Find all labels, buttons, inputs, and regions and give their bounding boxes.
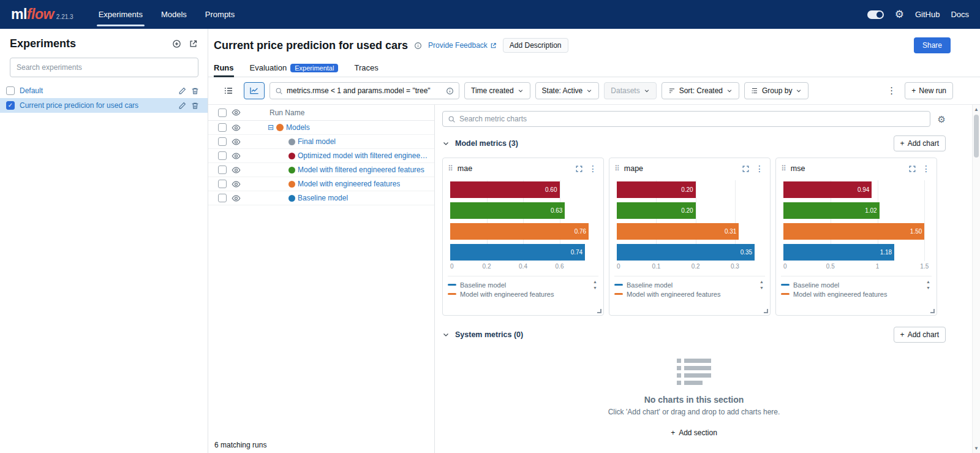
experiment-search-input[interactable] <box>10 58 198 77</box>
run-checkbox[interactable] <box>218 151 227 160</box>
list-view-button[interactable] <box>218 82 239 99</box>
resize-handle[interactable] <box>930 309 935 313</box>
experiment-checkbox[interactable] <box>6 86 15 95</box>
expand-chart-icon[interactable] <box>908 165 916 173</box>
run-checkbox[interactable] <box>218 166 227 174</box>
run-name-link[interactable]: Models <box>286 123 310 132</box>
filter-state-active[interactable]: State: Active <box>535 82 600 99</box>
edit-pencil-icon[interactable] <box>178 87 186 95</box>
bar-optimized-model-with-filtered-engineered-features[interactable]: 0.20 <box>617 181 696 198</box>
filter-sort-created[interactable]: Sort: Created <box>662 82 739 99</box>
bar-optimized-model-with-filtered-engineered-features[interactable]: 0.94 <box>783 181 872 198</box>
resize-handle[interactable] <box>764 309 768 313</box>
mlflow-logo[interactable]: mlflow 2.21.3 <box>11 6 74 23</box>
experiment-name-link[interactable]: Default <box>20 86 173 95</box>
filter-group-by[interactable]: Group by <box>744 82 809 99</box>
bar-model-with-filtered-engineered-features[interactable]: 0.20 <box>617 202 696 219</box>
nav-github-link[interactable]: GitHub <box>915 10 940 19</box>
drag-handle-icon[interactable]: ⠿ <box>781 165 786 172</box>
experiment-checkbox[interactable] <box>6 101 15 110</box>
query-info-icon[interactable] <box>446 87 454 95</box>
nav-docs-link[interactable]: Docs <box>951 10 969 19</box>
collapse-group-icon[interactable]: ⊟ <box>268 124 274 131</box>
chart-menu-icon[interactable]: ⋮ <box>587 164 598 173</box>
popout-icon[interactable] <box>189 39 198 48</box>
run-row-optimized-model-with-filtered-engineered-features[interactable]: Optimized model with filtered engineered… <box>208 149 434 163</box>
delete-trash-icon[interactable] <box>191 87 199 95</box>
run-checkbox[interactable] <box>218 137 227 146</box>
edit-pencil-icon[interactable] <box>178 102 186 110</box>
run-row-final-model[interactable]: Final model <box>208 135 434 149</box>
add-chart-button[interactable]: + Add chart <box>894 327 946 343</box>
charts-settings-gear-icon[interactable]: ⚙ <box>938 115 946 124</box>
experiment-item-default[interactable]: Default <box>0 83 208 98</box>
visibility-eye-icon[interactable] <box>232 194 241 203</box>
nav-item-prompts[interactable]: Prompts <box>196 0 244 29</box>
scrollbar-thumb[interactable] <box>974 115 979 158</box>
chart-menu-icon[interactable]: ⋮ <box>921 164 932 173</box>
visibility-eye-icon[interactable] <box>232 166 241 175</box>
bar-model-with-engineered-features[interactable]: 1.50 <box>783 223 924 240</box>
experiment-info-icon[interactable] <box>414 42 422 50</box>
add-section-button[interactable]: + Add section <box>442 420 946 446</box>
experiment-name-link[interactable]: Current price predicion for used cars <box>20 101 173 110</box>
run-name-link[interactable]: Baseline model <box>298 194 348 202</box>
select-all-checkbox[interactable] <box>218 108 227 117</box>
run-row-model-with-filtered-engineered-features[interactable]: Model with filtered engineered features <box>208 163 434 177</box>
vertical-scrollbar[interactable]: ▲ ▼ <box>972 105 980 453</box>
expand-chart-icon[interactable] <box>742 165 750 173</box>
toggle-all-visibility-eye-icon[interactable] <box>232 108 241 117</box>
bar-model-with-filtered-engineered-features[interactable]: 1.02 <box>783 202 880 219</box>
run-row-models[interactable]: ⊟Models <box>208 121 434 135</box>
scroll-down-arrow[interactable]: ▼ <box>974 446 979 451</box>
bar-baseline-model[interactable]: 1.18 <box>783 244 894 261</box>
legend-scroll-arrows[interactable]: ▲▼ <box>593 280 597 290</box>
visibility-eye-icon[interactable] <box>232 123 241 132</box>
run-row-model-with-engineered-features[interactable]: Model with engineered features <box>208 177 434 191</box>
chart-view-button[interactable] <box>244 82 265 99</box>
legend-scroll-arrows[interactable]: ▲▼ <box>926 280 930 290</box>
run-name-link[interactable]: Model with filtered engineered features <box>298 166 424 174</box>
bar-baseline-model[interactable]: 0.74 <box>450 244 585 261</box>
tab-runs[interactable]: Runs <box>214 59 234 77</box>
new-experiment-icon[interactable] <box>172 39 181 48</box>
tab-evaluation[interactable]: EvaluationExperimental <box>250 59 339 77</box>
metric-charts-search-box[interactable] <box>442 111 930 127</box>
expand-chart-icon[interactable] <box>575 165 583 173</box>
run-name-link[interactable]: Model with engineered features <box>298 180 400 188</box>
drag-handle-icon[interactable]: ⠿ <box>448 165 453 172</box>
chart-menu-icon[interactable]: ⋮ <box>754 164 765 173</box>
run-name-link[interactable]: Final model <box>298 137 336 146</box>
visibility-eye-icon[interactable] <box>232 151 241 161</box>
filter-datasets[interactable]: Datasets <box>604 82 656 99</box>
chevron-down-icon[interactable] <box>442 140 450 147</box>
visibility-eye-icon[interactable] <box>232 180 241 189</box>
new-run-button[interactable]: + New run <box>905 82 953 99</box>
run-checkbox[interactable] <box>218 180 227 188</box>
bar-optimized-model-with-filtered-engineered-features[interactable]: 0.60 <box>450 181 560 198</box>
provide-feedback-link[interactable]: Provide Feedback <box>428 41 497 50</box>
run-checkbox[interactable] <box>218 194 227 202</box>
toolbar-kebab-icon[interactable]: ⋮ <box>883 85 900 96</box>
experiment-item-current-price-predicion-for-used-cars[interactable]: Current price predicion for used cars <box>0 98 208 113</box>
resize-handle[interactable] <box>597 309 601 313</box>
delete-trash-icon[interactable] <box>191 102 199 110</box>
bar-model-with-filtered-engineered-features[interactable]: 0.63 <box>450 202 565 219</box>
share-button[interactable]: Share <box>914 37 951 53</box>
nav-item-models[interactable]: Models <box>152 0 196 29</box>
scroll-up-arrow[interactable]: ▲ <box>974 107 979 112</box>
metric-charts-search-input[interactable] <box>459 115 925 123</box>
bar-model-with-engineered-features[interactable]: 0.31 <box>617 223 739 240</box>
add-chart-button[interactable]: + Add chart <box>894 135 946 151</box>
run-row-baseline-model[interactable]: Baseline model <box>208 191 434 205</box>
filter-time-created[interactable]: Time created <box>464 82 530 99</box>
add-description-button[interactable]: Add Description <box>503 38 568 53</box>
legend-scroll-arrows[interactable]: ▲▼ <box>760 280 764 290</box>
settings-gear-icon[interactable]: ⚙ <box>895 9 904 20</box>
drag-handle-icon[interactable]: ⠿ <box>614 165 620 172</box>
theme-toggle[interactable] <box>867 10 884 19</box>
bar-model-with-engineered-features[interactable]: 0.76 <box>450 223 589 240</box>
chevron-down-icon[interactable] <box>442 331 450 338</box>
runs-search-box[interactable] <box>270 82 459 99</box>
visibility-eye-icon[interactable] <box>232 137 241 147</box>
